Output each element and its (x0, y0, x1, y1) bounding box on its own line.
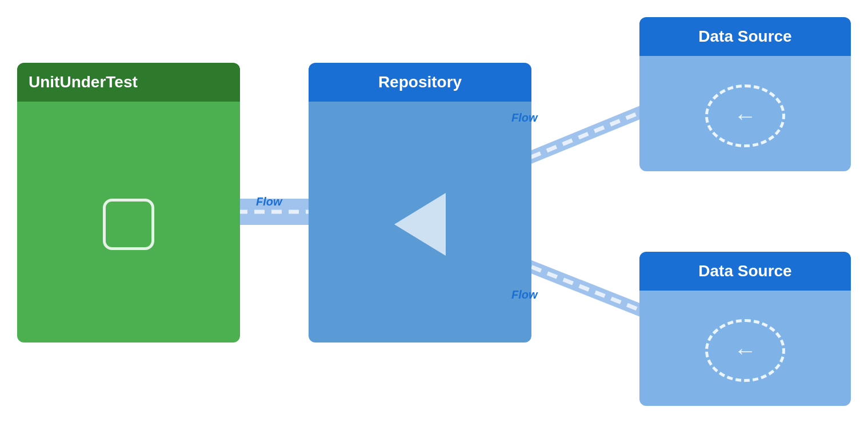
data-source-top-title: Data Source (698, 27, 791, 45)
data-source-top-header: Data Source (639, 17, 851, 56)
data-source-bottom-circle: ← (705, 319, 785, 382)
data-source-bottom-body: ← (639, 291, 851, 406)
arrow-left-bottom-icon: ← (734, 338, 757, 364)
triangle-icon (394, 193, 446, 256)
data-source-top-circle: ← (705, 84, 785, 147)
unit-square-icon (103, 199, 154, 250)
repository-body (309, 102, 531, 343)
arrow-left-top-icon: ← (734, 103, 757, 129)
unit-under-test-box: UnitUnderTest (17, 63, 240, 343)
flow-label-bottom: Flow (511, 288, 538, 301)
data-source-top-body: ← (639, 56, 851, 171)
unit-under-test-header: UnitUnderTest (17, 63, 240, 102)
unit-under-test-title: UnitUnderTest (29, 73, 138, 91)
unit-under-test-body (17, 102, 240, 343)
repository-header: Repository (309, 63, 531, 102)
repository-box: Repository (309, 63, 531, 343)
flow-label-main: Flow (256, 195, 282, 208)
data-source-bottom-header: Data Source (639, 252, 851, 291)
data-source-top-box: Data Source ← (639, 17, 851, 171)
data-source-bottom-title: Data Source (698, 262, 791, 280)
diagram-container: UnitUnderTest Repository Data Source ← D… (0, 0, 868, 423)
repository-title: Repository (378, 73, 462, 91)
flow-label-top: Flow (511, 111, 538, 124)
data-source-bottom-box: Data Source ← (639, 252, 851, 406)
